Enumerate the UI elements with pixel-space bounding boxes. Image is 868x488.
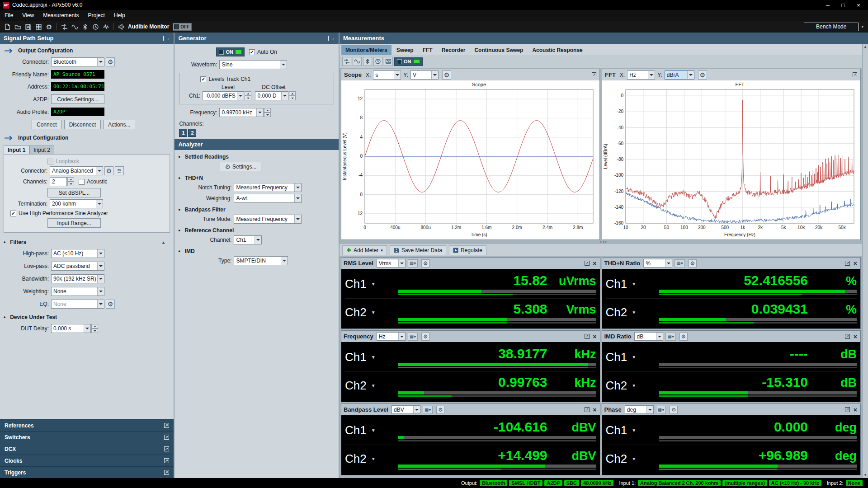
meter-display-options-icon[interactable]: ▦▾ xyxy=(656,406,666,414)
signal-path-icon[interactable] xyxy=(342,57,351,66)
scroll-up-icon[interactable]: ▲ xyxy=(863,45,867,49)
menu-item[interactable]: Measurements xyxy=(38,11,83,20)
meter-display-icon[interactable] xyxy=(384,57,393,66)
ch1-dc-offset-stepper[interactable] xyxy=(289,91,296,100)
tab-acoustic-response[interactable]: Acoustic Response xyxy=(528,45,586,55)
acoustic-checkbox[interactable] xyxy=(79,179,85,185)
add-meter-button[interactable]: Add Meter ▾ xyxy=(342,245,387,255)
regulate-button[interactable]: Regulate xyxy=(449,245,486,255)
meter-channel-selector[interactable]: Ch1 ▼ xyxy=(606,343,659,371)
eq-settings-button[interactable]: ⚙ xyxy=(106,300,115,309)
step-up-icon[interactable] xyxy=(245,91,251,96)
meter-channel-selector[interactable]: Ch2 ▼ xyxy=(606,445,659,474)
meter-settings-button[interactable]: ⚙ xyxy=(436,406,444,414)
ch1-level-dropdown[interactable]: -0.000 dBFS xyxy=(203,91,244,100)
disconnect-button[interactable]: Disconnect xyxy=(64,120,101,129)
meter-channel-selector[interactable]: Ch1 ▼ xyxy=(606,270,659,298)
meter-display-options-icon[interactable]: ▦▾ xyxy=(665,333,675,341)
filter-weighting-dropdown[interactable]: None xyxy=(51,287,104,296)
fft-x-units-dropdown[interactable]: Hz xyxy=(627,70,655,80)
step-up-icon[interactable] xyxy=(289,91,296,96)
meter-settings-button[interactable]: ⚙ xyxy=(421,259,429,267)
dut-delay-stepper[interactable] xyxy=(91,324,98,333)
input-connector-dropdown[interactable]: Analog Balanced xyxy=(50,166,103,175)
meter-display-options-icon[interactable]: ▦▾ xyxy=(408,259,418,267)
scope-y-units-dropdown[interactable]: V xyxy=(410,70,439,80)
channels-spinner[interactable]: 2 xyxy=(50,177,67,186)
popout-icon[interactable] xyxy=(164,423,169,428)
meter-channel-selector[interactable]: Ch1 ▼ xyxy=(606,416,659,445)
meter-channel-selector[interactable]: Ch1 ▼ xyxy=(345,270,398,298)
meter-unit-dropdown[interactable]: Hz xyxy=(377,332,406,341)
vertical-scrollbar[interactable]: ▲ ▼ xyxy=(862,44,868,478)
generator-icon[interactable] xyxy=(353,57,362,66)
termination-dropdown[interactable]: 200 kohm xyxy=(50,199,103,208)
popout-icon[interactable] xyxy=(584,407,590,413)
audible-monitor-toggle[interactable]: OFF xyxy=(173,23,192,31)
meter-unit-dropdown[interactable]: deg xyxy=(625,405,654,414)
step-up-icon[interactable] xyxy=(91,324,98,328)
popout-icon[interactable] xyxy=(845,407,850,413)
frequency-dropdown[interactable]: 0.99700 kHz xyxy=(219,108,264,117)
codec-settings-button[interactable]: Codec Settings... xyxy=(51,94,104,104)
meter-unit-dropdown[interactable]: dBV xyxy=(392,405,420,414)
minimize-button[interactable]: – xyxy=(820,0,835,9)
tab-input-2[interactable]: Input 2 xyxy=(29,145,54,154)
tab-input-1[interactable]: Input 1 xyxy=(4,145,29,154)
save-project-icon[interactable] xyxy=(24,22,33,32)
save-meter-data-button[interactable]: Save Meter Data xyxy=(390,245,446,255)
close-icon[interactable]: × xyxy=(853,406,858,413)
project-settings-icon[interactable] xyxy=(44,22,54,32)
sidebar-bottom-item[interactable]: Clocks xyxy=(0,455,174,466)
meter-unit-dropdown[interactable]: Vrms xyxy=(377,259,406,267)
sidebar-bottom-item[interactable]: References xyxy=(0,419,174,431)
close-icon[interactable]: × xyxy=(853,260,858,267)
sequence-icon[interactable] xyxy=(91,22,100,32)
settled-settings-button[interactable]: ⚙ Settings... xyxy=(220,162,261,171)
set-dbspl-button[interactable]: Set dBSPL... xyxy=(47,188,101,197)
step-down-icon[interactable] xyxy=(264,113,271,117)
tab-fft[interactable]: FFT xyxy=(419,45,437,55)
waveform-dropdown[interactable]: Sine xyxy=(219,60,287,69)
popout-icon[interactable] xyxy=(584,334,590,339)
popout-icon[interactable] xyxy=(164,435,169,440)
measurement-on-toggle[interactable]: ON xyxy=(394,57,423,66)
channel-2-button[interactable]: 2 xyxy=(188,129,196,137)
sidebar-bottom-item[interactable]: DCX xyxy=(0,443,174,455)
notch-tuning-dropdown[interactable]: Measured Frequency xyxy=(234,183,302,192)
frequency-stepper[interactable] xyxy=(264,108,271,117)
dut-delay-dropdown[interactable]: 0.000 s xyxy=(51,324,91,333)
meter-unit-dropdown[interactable]: % xyxy=(643,259,672,267)
input-range-button[interactable]: Input Range... xyxy=(47,218,101,228)
tab-continuous-sweep[interactable]: Continuous Sweep xyxy=(470,45,527,55)
meter-settings-button[interactable]: ⚙ xyxy=(689,259,697,267)
bench-mode-button[interactable]: Bench Mode xyxy=(804,23,859,31)
generator-icon[interactable] xyxy=(70,22,80,32)
charts-meters-splitter[interactable]: ••• xyxy=(340,240,868,244)
close-icon[interactable]: × xyxy=(592,260,597,267)
sidebar-bottom-item[interactable]: Switchers xyxy=(0,431,174,443)
channels-stepper[interactable] xyxy=(67,177,74,186)
meter-channel-selector[interactable]: Ch2 ▼ xyxy=(606,299,659,327)
meter-channel-selector[interactable]: Ch2 ▼ xyxy=(345,372,398,400)
signal-path-icon[interactable] xyxy=(60,22,69,32)
meter-channel-selector[interactable]: Ch1 ▼ xyxy=(345,416,398,445)
generator-on-toggle[interactable]: ON xyxy=(216,47,245,56)
undock-icon[interactable]: → xyxy=(163,36,170,41)
tab-recorder[interactable]: Recorder xyxy=(438,45,470,55)
levels-track-checkbox[interactable] xyxy=(200,76,206,82)
meter-settings-button[interactable]: ⚙ xyxy=(670,406,678,414)
close-icon[interactable]: × xyxy=(592,406,597,413)
meter-settings-button[interactable]: ⚙ xyxy=(679,333,688,341)
meter-display-options-icon[interactable]: ▦▾ xyxy=(408,333,418,341)
scope-x-units-dropdown[interactable]: s xyxy=(373,70,401,80)
step-up-icon[interactable] xyxy=(67,177,74,182)
ref-channel-dropdown[interactable]: Ch1 xyxy=(234,235,262,244)
tune-mode-dropdown[interactable]: Measured Frequency xyxy=(234,215,302,224)
step-up-icon[interactable] xyxy=(264,108,271,113)
meter-channel-selector[interactable]: Ch2 ▼ xyxy=(345,299,398,327)
popout-icon[interactable] xyxy=(852,72,858,78)
sidebar-bottom-item[interactable]: Triggers xyxy=(0,466,174,478)
settling-icon[interactable] xyxy=(373,57,382,66)
menu-item[interactable]: View xyxy=(18,11,38,20)
